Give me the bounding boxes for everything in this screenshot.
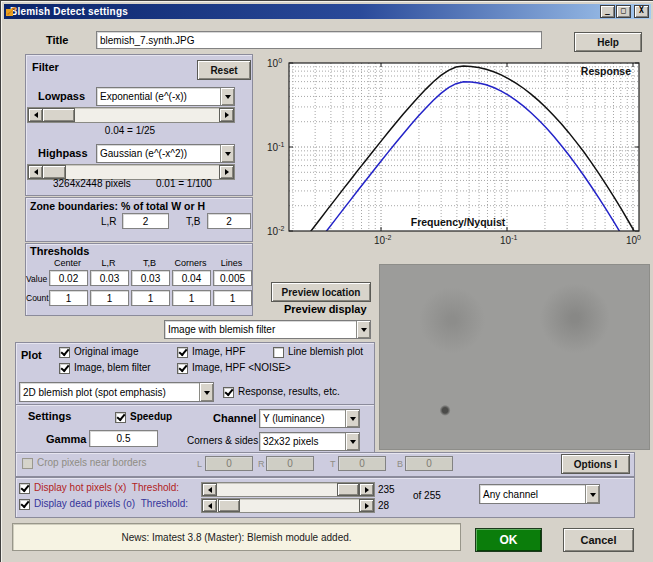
lowpass-dropdown-arrow-icon[interactable]: [220, 88, 234, 105]
maximize-button[interactable]: □: [616, 5, 631, 18]
threshold-value-lines[interactable]: 0.005: [213, 270, 252, 286]
checkbox-image-hpf-noise-label: Image, HPF <NOISE>: [192, 362, 291, 373]
highpass-dropdown-arrow-icon[interactable]: [220, 145, 234, 162]
options-i-button[interactable]: Options I: [561, 454, 630, 474]
threshold-count-lines[interactable]: 1: [213, 290, 252, 306]
checkbox-display-dead-pixels-box: [19, 499, 30, 510]
dead-threshold-slider[interactable]: [201, 498, 375, 513]
crop-t-field[interactable]: 0: [338, 456, 386, 471]
corners-sides-select[interactable]: 32x32 pixels: [259, 432, 360, 451]
plot-type-value: 2D blemish plot (spot emphasis): [20, 387, 199, 398]
corners-sides-dropdown-arrow-icon[interactable]: [345, 433, 359, 450]
channel-select[interactable]: Y (luminance): [259, 409, 360, 428]
checkbox-original-image[interactable]: Original image: [59, 346, 138, 358]
highpass-slider-right-arrow-icon[interactable]: [219, 165, 234, 179]
threshold-value-center-text: 0.02: [59, 273, 78, 284]
threshold-count-lr-text: 1: [107, 293, 113, 304]
checkbox-display-hot-pixels[interactable]: Display hot pixels (x) Threshold:: [19, 482, 179, 494]
threshold-count-tb[interactable]: 1: [131, 290, 170, 306]
dead-pixels-label-text: Display dead pixels (o): [34, 498, 135, 509]
threshold-value-tb[interactable]: 0.03: [131, 270, 170, 286]
dead-slider-right-arrow-icon[interactable]: [359, 499, 374, 512]
svg-text:10-2: 10-2: [374, 234, 391, 246]
preview-location-button[interactable]: Preview location: [271, 282, 371, 302]
crop-b-label: B: [397, 459, 403, 469]
checkbox-image-hpf-noise[interactable]: Image, HPF <NOISE>: [177, 362, 291, 374]
crop-l-field[interactable]: 0: [205, 456, 253, 471]
threshold-count-lr[interactable]: 1: [90, 290, 129, 306]
crop-t-value: 0: [359, 458, 365, 469]
filter-label: Filter: [32, 61, 59, 73]
reset-button[interactable]: Reset: [197, 60, 251, 80]
checkbox-line-blemish-plot-box: [273, 347, 284, 358]
preview-image[interactable]: [379, 264, 650, 450]
checkbox-speedup[interactable]: Speedup: [115, 411, 172, 423]
threshold-value-corners-text: 0.04: [182, 273, 201, 284]
threshold-value-corners[interactable]: 0.04: [172, 270, 211, 286]
preview-display-select[interactable]: Image with blemish filter: [164, 320, 371, 339]
crop-b-field[interactable]: 0: [405, 456, 453, 471]
dead-slider-thumb[interactable]: [218, 499, 240, 512]
status-bar: News: Imatest 3.8 (Master): Blemish modu…: [12, 523, 461, 551]
threshold-count-center[interactable]: 1: [49, 290, 88, 306]
help-button[interactable]: Help: [574, 32, 642, 52]
lowpass-select[interactable]: Exponential (e^(-x)): [96, 87, 235, 106]
gamma-label: Gamma: [46, 433, 86, 445]
checkbox-crop-pixels[interactable]: Crop pixels near borders: [22, 457, 147, 469]
any-channel-dropdown-arrow-icon[interactable]: [585, 485, 599, 503]
crop-r-field[interactable]: 0: [266, 456, 314, 471]
crop-t-label: T: [330, 459, 336, 469]
threshold-count-corners[interactable]: 1: [172, 290, 211, 306]
minimize-button[interactable]: _: [600, 5, 615, 18]
zone-lr-value: 2: [143, 216, 149, 227]
threshold-value-center[interactable]: 0.02: [49, 270, 88, 286]
hot-slider-left-arrow-icon[interactable]: [202, 483, 217, 496]
checkbox-response-results-box: [223, 387, 234, 398]
checkbox-image-hpf[interactable]: Image, HPF: [177, 346, 245, 358]
plot-type-dropdown-arrow-icon[interactable]: [199, 383, 213, 401]
zone-tb-field[interactable]: 2: [207, 213, 251, 229]
svg-text:100: 100: [267, 57, 282, 69]
title-input[interactable]: blemish_7.synth.JPG: [96, 31, 542, 49]
plot-options-label: Plot: [21, 349, 42, 361]
zone-lr-field[interactable]: 2: [122, 213, 169, 229]
any-channel-select[interactable]: Any channel: [479, 484, 600, 504]
blemish-detect-dialog: Blemish Detect settings _ □ X Title blem…: [0, 0, 653, 562]
plot-type-select[interactable]: 2D blemish plot (spot emphasis): [19, 382, 214, 402]
lowpass-slider[interactable]: [27, 107, 235, 123]
svg-text:10-2: 10-2: [267, 225, 284, 237]
checkbox-crop-pixels-box: [22, 458, 33, 469]
lowpass-slider-left-arrow-icon[interactable]: [28, 108, 43, 122]
checkbox-line-blemish-plot[interactable]: Line blemish plot: [273, 346, 363, 358]
title-bar[interactable]: Blemish Detect settings _ □ X: [4, 4, 651, 19]
highpass-value: Gaussian (e^(-x^2)): [97, 148, 220, 159]
lowpass-caption: 0.04 = 1/25: [27, 125, 233, 136]
svg-text:10-1: 10-1: [500, 234, 517, 246]
title-field-label: Title: [46, 34, 68, 46]
checkbox-image-blem-filter[interactable]: Image, blem filter: [59, 362, 151, 374]
preview-display-dropdown-arrow-icon[interactable]: [356, 321, 370, 338]
dead-slider-left-arrow-icon[interactable]: [202, 499, 217, 512]
ok-button[interactable]: OK: [475, 528, 542, 552]
lowpass-slider-right-arrow-icon[interactable]: [219, 108, 234, 122]
checkbox-display-dead-pixels[interactable]: Display dead pixels (o) Threshold:: [19, 498, 188, 510]
gamma-field[interactable]: 0.5: [89, 430, 158, 447]
hot-threshold-slider[interactable]: [201, 482, 375, 497]
hot-slider-thumb[interactable]: [337, 483, 359, 496]
highpass-slider-thumb[interactable]: [42, 165, 66, 179]
lowpass-label: Lowpass: [38, 90, 85, 102]
channel-dropdown-arrow-icon[interactable]: [345, 410, 359, 427]
highpass-select[interactable]: Gaussian (e^(-x^2)): [96, 144, 235, 163]
highpass-slider-left-arrow-icon[interactable]: [28, 165, 43, 179]
checkbox-response-results[interactable]: Response, results, etc.: [223, 386, 340, 398]
lowpass-slider-thumb[interactable]: [42, 108, 75, 122]
threshold-value-lr[interactable]: 0.03: [90, 270, 129, 286]
cancel-button[interactable]: Cancel: [563, 528, 634, 552]
dead-threshold-value: 28: [378, 500, 389, 511]
hot-slider-right-arrow-icon[interactable]: [359, 483, 374, 496]
checkbox-image-hpf-label: Image, HPF: [192, 346, 245, 357]
of-255-label: of 255: [413, 490, 441, 501]
any-channel-value: Any channel: [480, 489, 585, 500]
close-button[interactable]: X: [634, 5, 649, 18]
gamma-value: 0.5: [117, 433, 131, 444]
